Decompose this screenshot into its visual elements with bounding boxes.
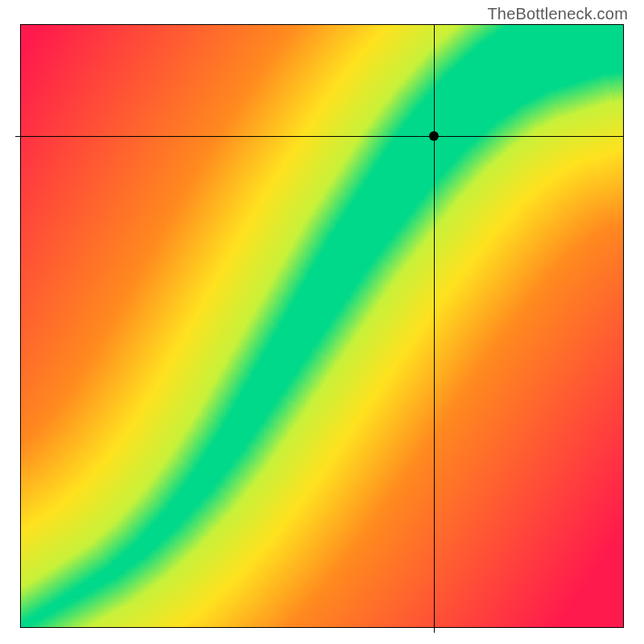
heatmap-canvas — [20, 24, 624, 628]
chart-container: TheBottleneck.com — [0, 0, 644, 644]
heatmap-frame — [20, 24, 624, 628]
y-axis-tick — [15, 136, 20, 137]
watermark-text: TheBottleneck.com — [487, 5, 628, 23]
x-axis-tick — [434, 628, 435, 633]
